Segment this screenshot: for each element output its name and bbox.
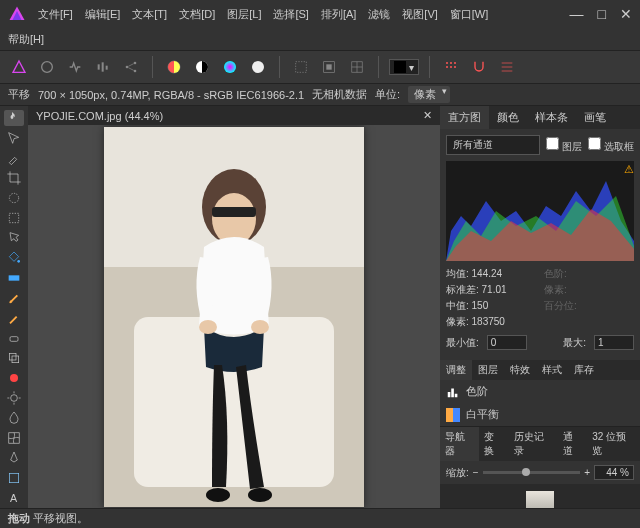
min-input[interactable] <box>487 335 527 350</box>
channel-dropdown[interactable]: 所有通道 <box>446 135 540 155</box>
pixel-tool[interactable] <box>4 310 24 326</box>
svg-line-11 <box>128 68 133 71</box>
menu-edit[interactable]: 编辑[E] <box>85 7 120 22</box>
auto-contrast-icon[interactable] <box>191 56 213 78</box>
image-info: 700 × 1050px, 0.74MP, RGBA/8 - sRGB IEC6… <box>38 89 304 101</box>
persona-liquify-icon[interactable] <box>36 56 58 78</box>
menu-help[interactable]: 帮助[H] <box>8 32 44 47</box>
zoom-out-icon[interactable]: − <box>473 467 479 478</box>
mesh-warp-tool[interactable] <box>4 430 24 446</box>
auto-wb-icon[interactable] <box>247 56 269 78</box>
adjustment-levels[interactable]: 色阶 <box>440 380 640 403</box>
svg-rect-29 <box>9 213 18 222</box>
close-icon[interactable]: ✕ <box>620 6 632 22</box>
persona-photo-icon[interactable] <box>8 56 30 78</box>
menu-document[interactable]: 文档[D] <box>179 7 215 22</box>
menu-filter[interactable]: 滤镜 <box>368 7 390 22</box>
auto-levels-icon[interactable] <box>163 56 185 78</box>
svg-rect-44 <box>212 207 256 217</box>
menubar: 文件[F] 编辑[E] 文本[T] 文档[D] 图层[L] 选择[S] 排列[A… <box>0 0 640 28</box>
persona-tone-icon[interactable] <box>92 56 114 78</box>
tab-color[interactable]: 颜色 <box>489 106 527 129</box>
footer-description: 平移视图。 <box>33 511 88 526</box>
svg-point-23 <box>450 66 452 68</box>
close-tab-icon[interactable]: ✕ <box>423 109 432 122</box>
svg-point-46 <box>248 488 272 502</box>
clone-tool[interactable] <box>4 350 24 366</box>
tab-styles[interactable]: 样式 <box>536 360 568 380</box>
crop-tool[interactable] <box>4 170 24 186</box>
menu-select[interactable]: 选择[S] <box>273 7 308 22</box>
zoom-value[interactable]: 44 % <box>594 465 634 480</box>
marquee-checkbox[interactable]: 选取框 <box>588 137 634 154</box>
menu-arrange[interactable]: 排列[A] <box>321 7 356 22</box>
move-tool[interactable] <box>4 130 24 146</box>
tab-layers[interactable]: 图层 <box>472 360 504 380</box>
text-tool[interactable]: A <box>4 490 24 506</box>
color-swatch[interactable]: ▾ <box>389 59 419 75</box>
svg-point-48 <box>251 320 269 334</box>
document-tab[interactable]: YPOJIE.COM.jpg (44.4%) ✕ <box>28 106 440 125</box>
main-area: A YPOJIE.COM.jpg (44.4%) ✕ <box>0 106 640 508</box>
unit-dropdown[interactable]: 像素 <box>408 86 450 103</box>
selection-brush-tool[interactable] <box>4 190 24 206</box>
snap-toggle-icon[interactable] <box>468 56 490 78</box>
tab-adjustments[interactable]: 调整 <box>440 360 472 380</box>
tab-32bit-preview[interactable]: 32 位预览 <box>587 427 640 461</box>
menu-view[interactable]: 视图[V] <box>402 7 437 22</box>
quick-mask-icon[interactable] <box>318 56 340 78</box>
flood-select-tool[interactable] <box>4 230 24 246</box>
selection-rect-icon[interactable] <box>290 56 312 78</box>
footer-statusbar: 拖动 平移视图。 <box>0 508 640 528</box>
snap-grid-icon[interactable] <box>440 56 462 78</box>
tab-navigator[interactable]: 导航器 <box>440 427 479 461</box>
erase-tool[interactable] <box>4 330 24 346</box>
svg-point-9 <box>134 70 137 73</box>
zoom-in-icon[interactable]: + <box>584 467 590 478</box>
canvas[interactable] <box>28 125 440 508</box>
view-tool[interactable] <box>4 110 24 126</box>
navigator-preview[interactable] <box>440 484 640 508</box>
svg-rect-32 <box>10 337 18 342</box>
tab-stock[interactable]: 库存 <box>568 360 600 380</box>
window-controls: — □ ✕ <box>570 6 632 22</box>
persona-export-icon[interactable] <box>120 56 142 78</box>
shape-tool[interactable] <box>4 470 24 486</box>
show-grid-icon[interactable] <box>346 56 368 78</box>
flood-fill-tool[interactable] <box>4 250 24 266</box>
pen-tool[interactable] <box>4 450 24 466</box>
gradient-tool[interactable] <box>4 270 24 286</box>
tab-history[interactable]: 历史记录 <box>509 427 558 461</box>
histogram-panel: 所有通道 图层 选取框 ⚠ 均值: 144.24 色阶: 标准差: 71.01 … <box>440 129 640 356</box>
tab-effects[interactable]: 特效 <box>504 360 536 380</box>
persona-develop-icon[interactable] <box>64 56 86 78</box>
marquee-tool[interactable] <box>4 210 24 226</box>
tab-swatches[interactable]: 样本条 <box>527 106 576 129</box>
menu-layer[interactable]: 图层[L] <box>227 7 261 22</box>
toolbar: ▾ <box>0 50 640 84</box>
min-label: 最小值: <box>446 336 479 350</box>
menu-text[interactable]: 文本[T] <box>132 7 167 22</box>
layers-checkbox[interactable]: 图层 <box>546 137 582 154</box>
dodge-tool[interactable] <box>4 390 24 406</box>
minimize-icon[interactable]: — <box>570 6 584 22</box>
maximize-icon[interactable]: □ <box>598 6 606 22</box>
menu-window[interactable]: 窗口[W] <box>450 7 489 22</box>
tab-histogram[interactable]: 直方图 <box>440 106 489 129</box>
adjustment-white-balance[interactable]: 白平衡 <box>440 403 640 426</box>
max-input[interactable] <box>594 335 634 350</box>
zoom-slider[interactable] <box>483 471 581 474</box>
tab-transform[interactable]: 变换 <box>479 427 509 461</box>
menu-file[interactable]: 文件[F] <box>38 7 73 22</box>
blur-tool[interactable] <box>4 410 24 426</box>
paint-brush-tool[interactable] <box>4 290 24 306</box>
inpainting-tool[interactable] <box>4 370 24 386</box>
navigator-section: 导航器 变换 历史记录 通道 32 位预览 缩放: − + 44 % <box>440 426 640 508</box>
tab-brushes[interactable]: 画笔 <box>576 106 614 129</box>
color-picker-tool[interactable] <box>4 150 24 166</box>
image-content <box>104 127 364 507</box>
auto-colors-icon[interactable] <box>219 56 241 78</box>
svg-rect-53 <box>448 392 451 397</box>
snap-options-icon[interactable] <box>496 56 518 78</box>
tab-channels[interactable]: 通道 <box>558 427 588 461</box>
